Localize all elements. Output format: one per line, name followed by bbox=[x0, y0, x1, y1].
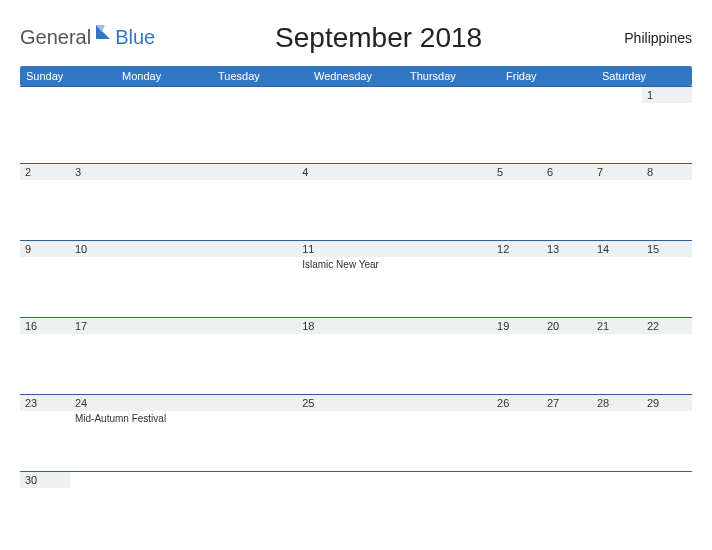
day-cell: 24Mid-Autumn Festival bbox=[70, 394, 297, 471]
day-number bbox=[297, 86, 492, 103]
day-number: 5 bbox=[492, 163, 542, 180]
day-cell bbox=[297, 86, 492, 163]
day-number: 27 bbox=[542, 394, 592, 411]
day-cell: 25 bbox=[297, 394, 492, 471]
week-row: 91011Islamic New Year12131415 bbox=[20, 240, 692, 317]
day-cell bbox=[642, 471, 692, 548]
day-cell: 26 bbox=[492, 394, 542, 471]
day-cell bbox=[297, 471, 492, 548]
day-cell bbox=[492, 86, 542, 163]
day-cell: 28 bbox=[592, 394, 642, 471]
page-corner-icon bbox=[95, 22, 113, 44]
calendar-title: September 2018 bbox=[155, 22, 602, 54]
week-row: 16171819202122 bbox=[20, 317, 692, 394]
day-header: Sunday bbox=[20, 66, 116, 86]
day-number: 16 bbox=[20, 317, 70, 334]
day-cell: 12 bbox=[492, 240, 542, 317]
day-number: 6 bbox=[542, 163, 592, 180]
calendar-header: General Blue September 2018 Philippines bbox=[20, 18, 692, 54]
day-number: 10 bbox=[70, 240, 297, 257]
day-number: 17 bbox=[70, 317, 297, 334]
day-cell: 18 bbox=[297, 317, 492, 394]
day-number bbox=[592, 86, 642, 103]
day-number: 11 bbox=[297, 240, 492, 257]
day-cell: 29 bbox=[642, 394, 692, 471]
day-number: 2 bbox=[20, 163, 70, 180]
day-number: 14 bbox=[592, 240, 642, 257]
calendar-grid: Sunday Monday Tuesday Wednesday Thursday… bbox=[20, 66, 692, 86]
day-cell: 16 bbox=[20, 317, 70, 394]
day-number: 26 bbox=[492, 394, 542, 411]
day-cell: 19 bbox=[492, 317, 542, 394]
day-header-row: Sunday Monday Tuesday Wednesday Thursday… bbox=[20, 66, 692, 86]
day-number: 20 bbox=[542, 317, 592, 334]
day-cell: 9 bbox=[20, 240, 70, 317]
day-number: 18 bbox=[297, 317, 492, 334]
day-header: Friday bbox=[500, 66, 596, 86]
week-row: 1 bbox=[20, 86, 692, 163]
day-cell: 3 bbox=[70, 163, 297, 240]
day-number: 4 bbox=[297, 163, 492, 180]
logo-text-blue: Blue bbox=[115, 26, 155, 49]
week-row: 2345678 bbox=[20, 163, 692, 240]
day-cell: 21 bbox=[592, 317, 642, 394]
brand-logo: General Blue bbox=[20, 26, 155, 49]
day-header: Saturday bbox=[596, 66, 692, 86]
day-cell: 20 bbox=[542, 317, 592, 394]
day-cell: 7 bbox=[592, 163, 642, 240]
day-cell: 15 bbox=[642, 240, 692, 317]
day-number bbox=[492, 86, 542, 103]
day-number bbox=[592, 471, 642, 488]
day-cell: 17 bbox=[70, 317, 297, 394]
day-cell bbox=[592, 86, 642, 163]
day-number: 3 bbox=[70, 163, 297, 180]
day-header: Monday bbox=[116, 66, 212, 86]
day-number: 13 bbox=[542, 240, 592, 257]
day-number: 1 bbox=[642, 86, 692, 103]
day-event: Mid-Autumn Festival bbox=[70, 411, 297, 428]
day-number bbox=[642, 471, 692, 488]
day-cell: 8 bbox=[642, 163, 692, 240]
day-cell: 13 bbox=[542, 240, 592, 317]
day-number: 25 bbox=[297, 394, 492, 411]
day-number: 7 bbox=[592, 163, 642, 180]
week-row: 30 bbox=[20, 471, 692, 548]
day-number bbox=[70, 471, 297, 488]
day-cell: 23 bbox=[20, 394, 70, 471]
day-number: 29 bbox=[642, 394, 692, 411]
day-cell: 4 bbox=[297, 163, 492, 240]
day-cell: 5 bbox=[492, 163, 542, 240]
day-cell: 30 bbox=[20, 471, 70, 548]
day-number bbox=[297, 471, 492, 488]
day-cell: 1 bbox=[642, 86, 692, 163]
day-header: Wednesday bbox=[308, 66, 404, 86]
day-number: 9 bbox=[20, 240, 70, 257]
day-number: 19 bbox=[492, 317, 542, 334]
day-cell: 11Islamic New Year bbox=[297, 240, 492, 317]
calendar-weeks: 1234567891011Islamic New Year12131415161… bbox=[20, 86, 692, 548]
day-number bbox=[542, 86, 592, 103]
day-number: 24 bbox=[70, 394, 297, 411]
day-cell bbox=[592, 471, 642, 548]
day-cell: 14 bbox=[592, 240, 642, 317]
day-number: 12 bbox=[492, 240, 542, 257]
day-cell bbox=[492, 471, 542, 548]
day-number: 15 bbox=[642, 240, 692, 257]
day-number: 28 bbox=[592, 394, 642, 411]
day-cell: 10 bbox=[70, 240, 297, 317]
day-cell: 2 bbox=[20, 163, 70, 240]
day-cell bbox=[542, 86, 592, 163]
day-number: 21 bbox=[592, 317, 642, 334]
day-event: Islamic New Year bbox=[297, 257, 492, 274]
day-cell bbox=[542, 471, 592, 548]
day-number: 30 bbox=[20, 471, 70, 488]
day-number: 8 bbox=[642, 163, 692, 180]
country-label: Philippines bbox=[602, 30, 692, 46]
day-number: 23 bbox=[20, 394, 70, 411]
logo-text-general: General bbox=[20, 26, 91, 49]
day-number bbox=[20, 86, 70, 103]
day-cell bbox=[70, 471, 297, 548]
day-cell: 27 bbox=[542, 394, 592, 471]
day-cell bbox=[20, 86, 70, 163]
day-number bbox=[542, 471, 592, 488]
